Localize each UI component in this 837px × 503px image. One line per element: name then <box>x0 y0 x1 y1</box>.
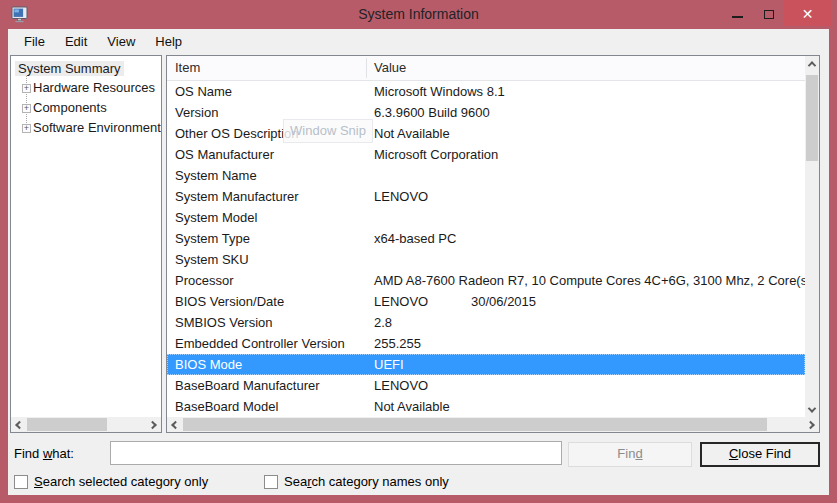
tree-item-components[interactable]: Components <box>33 100 107 115</box>
value-cell: LENOVO <box>374 375 428 396</box>
chevron-down-icon <box>808 404 816 412</box>
table-row[interactable]: Embedded Controller Version255.255 <box>167 333 805 354</box>
column-header-item[interactable]: Item <box>175 60 200 75</box>
tree-item-system-summary[interactable]: System Summary <box>15 60 124 78</box>
category-tree-panel: System Summary +Hardware Resources+Compo… <box>10 55 162 433</box>
system-summary-grid: Item Value OS NameMicrosoft Windows 8.1V… <box>166 55 820 433</box>
value-cell: AMD A8-7600 Radeon R7, 10 Compute Cores … <box>374 270 812 291</box>
item-cell: Processor <box>175 270 234 291</box>
item-cell: BaseBoard Model <box>175 396 278 417</box>
maximize-button[interactable] <box>754 0 784 26</box>
table-row[interactable]: System SKU <box>167 249 805 270</box>
chevron-right-icon <box>806 420 814 428</box>
table-row[interactable]: SMBIOS Version2.8 <box>167 312 805 333</box>
item-cell: OS Manufacturer <box>175 144 274 165</box>
column-header-value[interactable]: Value <box>374 60 406 75</box>
item-cell: SMBIOS Version <box>175 312 273 333</box>
grid-horizontal-scrollbar[interactable] <box>167 417 819 432</box>
table-row[interactable]: BaseBoard ManufacturerLENOVO <box>167 375 805 396</box>
item-cell: System Type <box>175 228 250 249</box>
value-cell: 2.8 <box>374 312 392 333</box>
scrollbar-thumb[interactable] <box>27 418 107 431</box>
title-bar: System Information ✕ <box>0 0 837 29</box>
value2-cell: 30/06/2015 <box>471 291 536 312</box>
menu-item-edit[interactable]: Edit <box>55 31 97 52</box>
expand-icon[interactable]: + <box>22 124 31 133</box>
window-title: System Information <box>0 6 837 22</box>
search-selected-category-label[interactable]: Search selected category only <box>34 474 208 489</box>
find-input[interactable] <box>110 441 562 465</box>
grid-header-row: Item Value <box>167 56 805 81</box>
value-cell: 255.255 <box>374 333 421 354</box>
table-row[interactable]: System ManufacturerLENOVO <box>167 186 805 207</box>
close-icon: ✕ <box>802 7 814 21</box>
value-cell: x64-based PC <box>374 228 456 249</box>
scroll-down-button[interactable] <box>805 402 819 417</box>
tree-item-hardware-resources[interactable]: Hardware Resources <box>33 80 155 95</box>
menu-item-help[interactable]: Help <box>145 31 192 52</box>
item-cell: Version <box>175 102 218 123</box>
table-row[interactable]: System Name <box>167 165 805 186</box>
grid-vertical-scrollbar[interactable] <box>805 56 819 417</box>
table-row[interactable]: BIOS Version/DateLENOVO30/06/2015 <box>167 291 805 312</box>
table-row[interactable]: BIOS ModeUEFI <box>167 354 805 375</box>
menu-item-view[interactable]: View <box>97 31 145 52</box>
value-cell: LENOVO <box>374 291 428 312</box>
client-area: FileEditViewHelp System Summary +Hardwar… <box>8 29 829 495</box>
item-cell: Embedded Controller Version <box>175 333 345 354</box>
table-row[interactable]: Other OS DescriptionNot Available <box>167 123 805 144</box>
scroll-right-button[interactable] <box>147 417 161 432</box>
search-category-names-label[interactable]: Search category names only <box>284 474 449 489</box>
value-cell: Microsoft Corporation <box>374 144 498 165</box>
value-cell: UEFI <box>374 354 404 375</box>
minimize-button[interactable] <box>721 0 754 26</box>
table-row[interactable]: BaseBoard ModelNot Available <box>167 396 805 417</box>
minimize-icon <box>732 16 743 18</box>
item-cell: System Manufacturer <box>175 186 299 207</box>
item-cell: BIOS Mode <box>175 354 242 375</box>
tree-horizontal-scrollbar[interactable] <box>11 417 161 432</box>
scroll-left-button[interactable] <box>167 417 181 432</box>
menu-bar: FileEditViewHelp <box>8 29 829 53</box>
scrollbar-thumb[interactable] <box>806 75 818 161</box>
column-divider[interactable] <box>366 58 367 78</box>
search-category-names-checkbox[interactable] <box>264 475 278 489</box>
table-row[interactable]: OS NameMicrosoft Windows 8.1 <box>167 81 805 102</box>
table-row[interactable]: System Model <box>167 207 805 228</box>
chevron-left-icon <box>15 420 23 428</box>
menu-item-file[interactable]: File <box>14 31 55 52</box>
scroll-left-button[interactable] <box>11 417 25 432</box>
value-cell: Microsoft Windows 8.1 <box>374 81 505 102</box>
find-button: Find <box>568 442 692 467</box>
item-cell: OS Name <box>175 81 232 102</box>
scrollbar-thumb[interactable] <box>183 418 767 431</box>
table-row[interactable]: Version6.3.9600 Build 9600 <box>167 102 805 123</box>
search-options-row: Search selected category only Search cat… <box>8 473 829 493</box>
table-row[interactable]: OS ManufacturerMicrosoft Corporation <box>167 144 805 165</box>
tree-item-software-environment[interactable]: Software Environment <box>33 120 161 135</box>
value-cell: Not Available <box>374 123 450 144</box>
expand-icon[interactable]: + <box>22 104 31 113</box>
item-cell: System SKU <box>175 249 249 270</box>
item-cell: BaseBoard Manufacturer <box>175 375 320 396</box>
expand-icon[interactable]: + <box>22 84 31 93</box>
item-cell: Other OS Description <box>175 123 299 144</box>
table-row[interactable]: System Typex64-based PC <box>167 228 805 249</box>
chevron-right-icon <box>148 420 156 428</box>
item-cell: BIOS Version/Date <box>175 291 284 312</box>
value-cell: LENOVO <box>374 186 428 207</box>
scroll-right-button[interactable] <box>805 417 819 432</box>
system-information-window: System Information ✕ FileEditViewHelp Sy… <box>0 0 837 503</box>
search-selected-category-checkbox[interactable] <box>14 475 28 489</box>
value-cell: 6.3.9600 Build 9600 <box>374 102 490 123</box>
scroll-up-button[interactable] <box>805 56 819 71</box>
close-find-button[interactable]: Close Find <box>700 442 820 467</box>
chevron-left-icon <box>171 420 179 428</box>
chevron-up-icon <box>808 61 816 69</box>
item-cell: System Model <box>175 207 257 228</box>
table-row[interactable]: ProcessorAMD A8-7600 Radeon R7, 10 Compu… <box>167 270 805 291</box>
item-cell: System Name <box>175 165 257 186</box>
close-button[interactable]: ✕ <box>784 0 831 26</box>
find-what-label: Find what: <box>14 446 74 461</box>
tree-item-label: System Summary <box>15 61 124 76</box>
